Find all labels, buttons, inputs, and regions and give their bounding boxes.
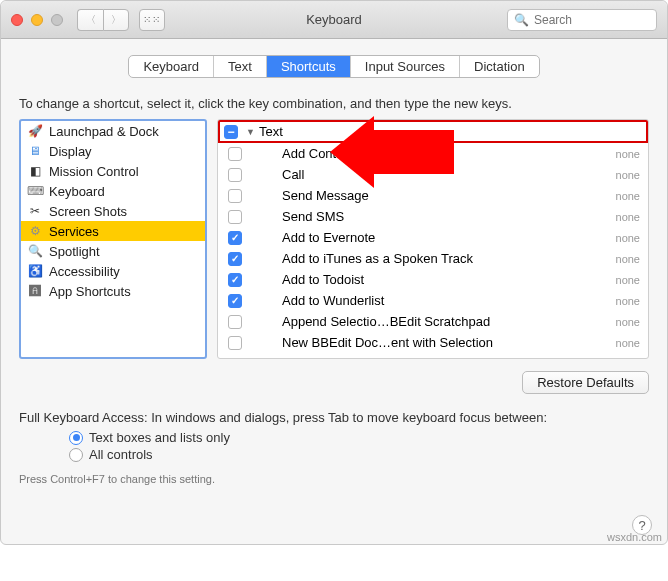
fka-option-0[interactable]: Text boxes and lists only: [69, 429, 649, 446]
service-checkbox[interactable]: [228, 252, 242, 266]
service-row[interactable]: Send Messagenone: [218, 185, 648, 206]
sidebar-item-app-shortcuts[interactable]: 🅰App Shortcuts: [21, 281, 205, 301]
sidebar-item-services[interactable]: ⚙Services: [21, 221, 205, 241]
service-name: Call: [282, 167, 616, 182]
service-row[interactable]: New BBEdit Doc…ent with Selectionnone: [218, 332, 648, 353]
sidebar-item-display[interactable]: 🖥Display: [21, 141, 205, 161]
service-shortcut[interactable]: none: [616, 337, 640, 349]
service-name: Send Message: [282, 188, 616, 203]
service-checkbox[interactable]: [228, 273, 242, 287]
tab-bar: KeyboardTextShortcutsInput SourcesDictat…: [1, 39, 667, 78]
sidebar-item-label: App Shortcuts: [49, 284, 131, 299]
service-name: Add Contact: [282, 146, 616, 161]
fka-hint: Press Control+F7 to change this setting.: [1, 463, 667, 495]
app-shortcuts-icon: 🅰: [27, 283, 43, 299]
minimize-icon[interactable]: [31, 14, 43, 26]
group-label: Text: [259, 124, 283, 139]
full-keyboard-access-options: Text boxes and lists onlyAll controls: [1, 429, 667, 463]
service-row[interactable]: Add to Wunderlistnone: [218, 290, 648, 311]
sidebar-item-label: Screen Shots: [49, 204, 127, 219]
service-checkbox[interactable]: [228, 231, 242, 245]
titlebar: 〈 〉 ⁙⁙ Keyboard 🔍: [1, 1, 667, 39]
service-shortcut[interactable]: none: [616, 232, 640, 244]
zoom-icon[interactable]: [51, 14, 63, 26]
service-name: Append Selectio…BEdit Scratchpad: [282, 314, 616, 329]
service-checkbox[interactable]: [228, 147, 242, 161]
chevron-left-icon: 〈: [86, 13, 96, 27]
service-row[interactable]: Send SMSnone: [218, 206, 648, 227]
disclosure-triangle-icon[interactable]: ▼: [246, 127, 255, 137]
preferences-window: 〈 〉 ⁙⁙ Keyboard 🔍 KeyboardTextShortcutsI…: [0, 0, 668, 545]
tab-dictation[interactable]: Dictation: [460, 56, 539, 77]
radio-icon[interactable]: [69, 431, 83, 445]
chevron-right-icon: 〉: [111, 13, 121, 27]
grid-icon: ⁙⁙: [143, 14, 161, 25]
show-all-button[interactable]: ⁙⁙: [139, 9, 165, 31]
service-checkbox[interactable]: [228, 315, 242, 329]
watermark: wsxdn.com: [607, 531, 662, 543]
group-checkbox[interactable]: [224, 125, 238, 139]
forward-button[interactable]: 〉: [103, 9, 129, 31]
nav-buttons: 〈 〉: [77, 9, 129, 31]
search-input[interactable]: [534, 13, 668, 27]
window-controls: [11, 14, 63, 26]
service-name: Add to Wunderlist: [282, 293, 616, 308]
service-name: Add to Todoist: [282, 272, 616, 287]
instruction-text: To change a shortcut, select it, click t…: [1, 78, 667, 119]
search-field[interactable]: 🔍: [507, 9, 657, 31]
category-list[interactable]: 🚀Launchpad & Dock🖥Display◧Mission Contro…: [19, 119, 207, 359]
service-shortcut[interactable]: none: [616, 295, 640, 307]
service-row[interactable]: Add to Evernotenone: [218, 227, 648, 248]
screenshots-icon: ✂: [27, 203, 43, 219]
service-row[interactable]: Add to iTunes as a Spoken Tracknone: [218, 248, 648, 269]
tab-keyboard[interactable]: Keyboard: [129, 56, 214, 77]
fka-option-1[interactable]: All controls: [69, 446, 649, 463]
service-name: Add to Evernote: [282, 230, 616, 245]
service-shortcut[interactable]: none: [616, 274, 640, 286]
service-checkbox[interactable]: [228, 189, 242, 203]
sidebar-item-keyboard[interactable]: ⌨Keyboard: [21, 181, 205, 201]
service-checkbox[interactable]: [228, 294, 242, 308]
mission-control-icon: ◧: [27, 163, 43, 179]
group-row-text[interactable]: ▼Text: [218, 120, 648, 143]
search-icon: 🔍: [514, 13, 529, 27]
service-shortcut[interactable]: none: [616, 253, 640, 265]
service-name: Send SMS: [282, 209, 616, 224]
service-checkbox[interactable]: [228, 168, 242, 182]
service-checkbox[interactable]: [228, 336, 242, 350]
sidebar-item-label: Launchpad & Dock: [49, 124, 159, 139]
service-shortcut[interactable]: none: [616, 211, 640, 223]
service-row[interactable]: Add Contactnone: [218, 143, 648, 164]
tab-text[interactable]: Text: [214, 56, 267, 77]
service-row[interactable]: Append Selectio…BEdit Scratchpadnone: [218, 311, 648, 332]
service-shortcut[interactable]: none: [616, 190, 640, 202]
accessibility-icon: ♿: [27, 263, 43, 279]
service-shortcut[interactable]: none: [616, 148, 640, 160]
restore-defaults-button[interactable]: Restore Defaults: [522, 371, 649, 394]
sidebar-item-accessibility[interactable]: ♿Accessibility: [21, 261, 205, 281]
service-shortcut[interactable]: none: [616, 169, 640, 181]
sidebar-item-mission-control[interactable]: ◧Mission Control: [21, 161, 205, 181]
service-checkbox[interactable]: [228, 210, 242, 224]
service-shortcut[interactable]: none: [616, 316, 640, 328]
sidebar-item-label: Mission Control: [49, 164, 139, 179]
radio-icon[interactable]: [69, 448, 83, 462]
sidebar-item-label: Spotlight: [49, 244, 100, 259]
service-row[interactable]: Callnone: [218, 164, 648, 185]
back-button[interactable]: 〈: [77, 9, 103, 31]
shortcut-list[interactable]: ▼TextAdd ContactnoneCallnoneSend Message…: [217, 119, 649, 359]
service-row[interactable]: Add to Todoistnone: [218, 269, 648, 290]
keyboard-icon: ⌨: [27, 183, 43, 199]
display-icon: 🖥: [27, 143, 43, 159]
full-keyboard-access-text: Full Keyboard Access: In windows and dia…: [1, 394, 667, 429]
service-name: New BBEdit Doc…ent with Selection: [282, 335, 616, 350]
sidebar-item-screen-shots[interactable]: ✂Screen Shots: [21, 201, 205, 221]
tab-input-sources[interactable]: Input Sources: [351, 56, 460, 77]
tab-shortcuts[interactable]: Shortcuts: [267, 56, 351, 77]
service-name: Add to iTunes as a Spoken Track: [282, 251, 616, 266]
sidebar-item-label: Accessibility: [49, 264, 120, 279]
sidebar-item-spotlight[interactable]: 🔍Spotlight: [21, 241, 205, 261]
radio-label: Text boxes and lists only: [89, 430, 230, 445]
sidebar-item-launchpad-dock[interactable]: 🚀Launchpad & Dock: [21, 121, 205, 141]
close-icon[interactable]: [11, 14, 23, 26]
